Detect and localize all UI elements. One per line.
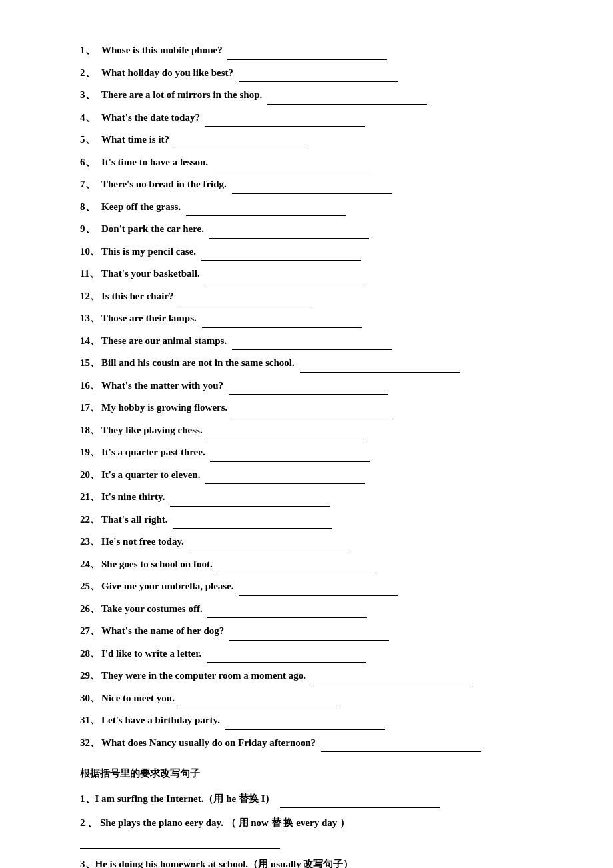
- answer-blank: [280, 789, 440, 809]
- q-num: 24、: [80, 555, 101, 574]
- answer-blank: [311, 665, 471, 685]
- q-text: There's no bread in the fridg.: [101, 174, 560, 194]
- q-text: This is my pencil case.: [101, 241, 560, 261]
- question-line-24: 24、She goes to school on foot.: [80, 554, 560, 574]
- q-num: 6、: [80, 153, 101, 172]
- q-text: They were in the computer room a moment …: [101, 665, 560, 685]
- question-line-8: 8、Keep off the grass.: [80, 197, 560, 217]
- q-num: 3、: [80, 85, 101, 105]
- answer-blank: [232, 174, 392, 194]
- q-text: Is this her chair?: [101, 286, 560, 306]
- question-line-3: 3、There are a lot of mirrors in the shop…: [80, 85, 560, 105]
- question-line-32: 32、What does Nancy usually do on Friday …: [80, 733, 560, 753]
- q-num: 11、: [80, 264, 101, 283]
- question-line-14: 14、These are our animal stamps.: [80, 331, 560, 351]
- answer-blank: [213, 152, 373, 172]
- q-text: What's the date today?: [101, 107, 560, 127]
- q-num: 1、: [80, 41, 101, 60]
- q-text: I'd like to write a letter.: [101, 643, 560, 663]
- question-line-18: 18、They like playing chess.: [80, 420, 560, 440]
- questions-section: 1、Whose is this mobile phone? 2、What hol…: [80, 40, 560, 752]
- answer-blank: [207, 643, 366, 663]
- q-num: 27、: [80, 621, 101, 641]
- q-text: These are our animal stamps.: [101, 331, 560, 351]
- q-num: 4、: [80, 108, 101, 127]
- q-text: It's a quarter to eleven.: [101, 465, 560, 485]
- question-line-17: 17、My hobby is growing flowers.: [80, 397, 560, 417]
- q-num: 10、: [80, 242, 101, 261]
- question-line-29: 29、They were in the computer room a mome…: [80, 665, 560, 685]
- answer-blank: [205, 465, 365, 485]
- answer-blank: [229, 621, 389, 641]
- q-num: 19、: [80, 443, 101, 462]
- question-line-31: 31、Let's have a birthday party.: [80, 710, 560, 730]
- q-line1: 2 、 She plays the piano eery day. （ 用 no…: [80, 813, 560, 833]
- q-text: My hobby is growing flowers.: [101, 397, 560, 417]
- answer-blank: [189, 531, 349, 551]
- q-text: It's time to have a lesson.: [101, 152, 560, 172]
- q-num: 28、: [80, 644, 101, 663]
- section2-question-3: 3、He is doing his homework at school.（用 …: [80, 854, 560, 869]
- q-text: They like playing chess.: [101, 420, 560, 440]
- section2-title: 根据括号里的要求改写句子: [80, 764, 560, 783]
- q-num: 5、: [80, 130, 101, 149]
- q-text: It's nine thirty.: [101, 487, 560, 507]
- q-text: Give me your umbrella, please.: [101, 576, 560, 596]
- q-num: 32、: [80, 733, 101, 753]
- q-text: Keep off the grass.: [101, 197, 560, 217]
- answer-blank: [80, 834, 280, 849]
- answer-blank: [209, 219, 369, 239]
- q-num: 13、: [80, 309, 101, 328]
- q-text: What's the matter with you?: [101, 375, 560, 395]
- q-num: 2、: [80, 63, 101, 83]
- answer-blank: [175, 129, 308, 149]
- question-line-16: 16、What's the matter with you?: [80, 375, 560, 395]
- question-line-11: 11、That's your basketball.: [80, 263, 560, 283]
- question-line-20: 20、It's a quarter to eleven.: [80, 465, 560, 485]
- q-num: 20、: [80, 465, 101, 485]
- q-num: 9、: [80, 219, 101, 239]
- answer-blank: [179, 286, 312, 306]
- q-text: What holiday do you like best?: [101, 63, 560, 83]
- section2-question-1: 1、I am surfing the Internet.（用 he 替换 I）: [80, 789, 560, 809]
- answer-blank: [173, 509, 332, 529]
- q-num: 17、: [80, 398, 101, 417]
- q-text: It's a quarter past three.: [101, 442, 560, 462]
- answer-blank: [232, 331, 392, 351]
- q-num: 25、: [80, 577, 101, 596]
- q-num: 22、: [80, 510, 101, 529]
- q-text: That's your basketball.: [101, 263, 560, 283]
- q-num: 7、: [80, 175, 101, 194]
- q-num: 29、: [80, 666, 101, 685]
- question-line-5: 5、What time is it?: [80, 129, 560, 149]
- q-num: 8、: [80, 197, 101, 217]
- answer-blank: [205, 107, 365, 127]
- answer-blank: [201, 241, 361, 261]
- question-line-15: 15、Bill and his cousin are not in the sa…: [80, 353, 560, 373]
- section2-question-2: 2 、 She plays the piano eery day. （ 用 no…: [80, 813, 560, 849]
- q-num: 23、: [80, 532, 101, 551]
- q-num: 2 、: [80, 817, 97, 828]
- q-num: 26、: [80, 599, 101, 619]
- q-text: She goes to school on foot.: [101, 554, 560, 574]
- answer-blank: [239, 63, 398, 83]
- q-text: There are a lot of mirrors in the shop.: [101, 85, 560, 105]
- question-line-22: 22、That's all right.: [80, 509, 560, 529]
- question-line-6: 6、It's time to have a lesson.: [80, 152, 560, 172]
- question-line-23: 23、He's not free today.: [80, 531, 560, 551]
- question-line-30: 30、Nice to meet you.: [80, 688, 560, 708]
- question-line-1: 1、Whose is this mobile phone?: [80, 40, 560, 60]
- q-text: Whose is this mobile phone?: [101, 40, 560, 60]
- answer-blank: [229, 375, 388, 395]
- answer-blank: [186, 197, 346, 217]
- q-num: 14、: [80, 331, 101, 351]
- question-line-12: 12、Is this her chair?: [80, 286, 560, 306]
- q-text: What time is it?: [101, 129, 560, 149]
- answer-blank: [210, 442, 370, 462]
- answer-blank: [225, 710, 385, 730]
- q-text: That's all right.: [101, 509, 560, 529]
- answer-blank: [267, 85, 427, 105]
- q-text: He's not free today.: [101, 531, 560, 551]
- question-line-9: 9、Don't park the car here.: [80, 219, 560, 239]
- answer-blank: [170, 487, 330, 507]
